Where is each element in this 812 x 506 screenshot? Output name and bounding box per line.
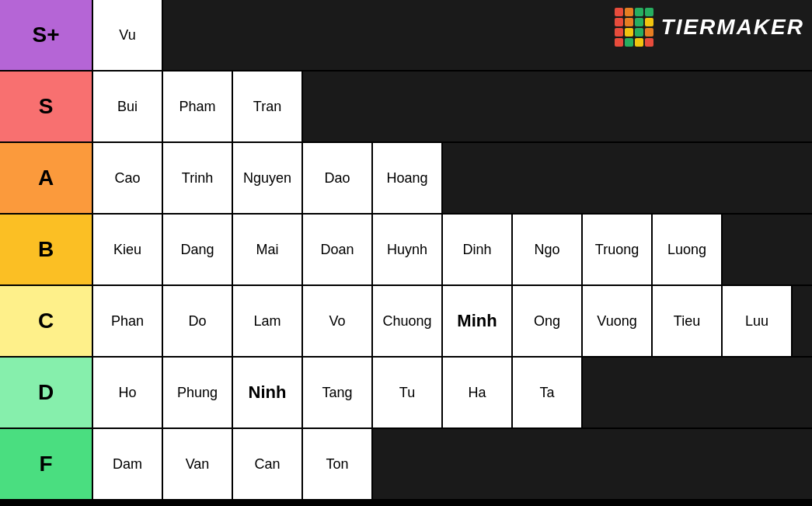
tier-cell: Minh [443, 286, 513, 356]
tier-cell: Vuong [583, 286, 653, 356]
tier-cell: Lam [233, 286, 303, 356]
tier-label-f: F [0, 429, 93, 499]
tier-cell: Mai [233, 215, 303, 284]
tier-label-a: A [0, 143, 93, 213]
tier-cell: Pham [163, 72, 233, 141]
tier-cell: Ton [303, 429, 373, 499]
tier-label-s: S [0, 72, 93, 141]
tier-label-splus: S+ [0, 0, 93, 70]
tier-cell: Luu [723, 286, 793, 356]
tier-cell: Phan [93, 286, 163, 356]
tier-row-a: ACaoTrinhNguyenDaoHoang [0, 143, 812, 215]
tier-cell: Trinh [163, 143, 233, 213]
tier-cell: Luong [653, 215, 723, 284]
tier-row-b: BKieuDangMaiDoanHuynhDinhNgoTruongLuong [0, 215, 812, 286]
tier-cells-s: BuiPhamTran [93, 72, 812, 141]
tier-row-d: DHoPhungNinhTangTuHaTa [0, 358, 812, 429]
tier-cell: Huynh [373, 215, 443, 284]
tier-cells-f: DamVanCanTon [93, 429, 812, 499]
tier-cell: Kieu [93, 215, 163, 284]
tier-cell: Dinh [443, 215, 513, 284]
tier-cells-b: KieuDangMaiDoanHuynhDinhNgoTruongLuong [93, 215, 812, 284]
logo-grid-icon [615, 8, 653, 47]
tier-cell: Tang [303, 358, 373, 427]
tier-cell: Ho [93, 358, 163, 427]
main-container: TiERMAKER S+VuSBuiPhamTranACaoTrinhNguye… [0, 0, 812, 506]
tier-cells-d: HoPhungNinhTangTuHaTa [93, 358, 812, 427]
tier-cell: Tieu [653, 286, 723, 356]
tier-cell: Ninh [233, 358, 303, 427]
tier-cell: Dao [303, 143, 373, 213]
tier-cell: Dang [163, 215, 233, 284]
tier-cell: Ha [443, 358, 513, 427]
tier-cell: Chuong [373, 286, 443, 356]
tier-cell: Hoang [373, 143, 443, 213]
tier-cell: Nguyen [233, 143, 303, 213]
tier-cell: Tu [373, 358, 443, 427]
tier-cell: Vu [93, 0, 163, 70]
tier-cell: Ong [513, 286, 583, 356]
logo-text: TiERMAKER [661, 15, 804, 40]
tier-cell: Vo [303, 286, 373, 356]
tier-label-d: D [0, 358, 93, 427]
tier-cell: Can [233, 429, 303, 499]
tier-cells-a: CaoTrinhNguyenDaoHoang [93, 143, 812, 213]
tier-row-c: CPhanDoLamVoChuongMinhOngVuongTieuLuu [0, 286, 812, 358]
tier-cell: Van [163, 429, 233, 499]
tier-label-c: C [0, 286, 93, 356]
tier-label-b: B [0, 215, 93, 284]
tier-cell: Truong [583, 215, 653, 284]
tier-cell: Cao [93, 143, 163, 213]
tier-row-s: SBuiPhamTran [0, 72, 812, 143]
tier-cell: Do [163, 286, 233, 356]
tier-cell: Tran [233, 72, 303, 141]
tier-row-f: FDamVanCanTon [0, 429, 812, 501]
tier-cell: Ngo [513, 215, 583, 284]
logo-wrapper: TiERMAKER [615, 8, 804, 47]
tier-cell: Dam [93, 429, 163, 499]
tier-cells-c: PhanDoLamVoChuongMinhOngVuongTieuLuu [93, 286, 812, 356]
tier-cell: Bui [93, 72, 163, 141]
tier-cell: Ta [513, 358, 583, 427]
tier-cell: Doan [303, 215, 373, 284]
tier-cell: Phung [163, 358, 233, 427]
tier-table: S+VuSBuiPhamTranACaoTrinhNguyenDaoHoangB… [0, 0, 812, 501]
